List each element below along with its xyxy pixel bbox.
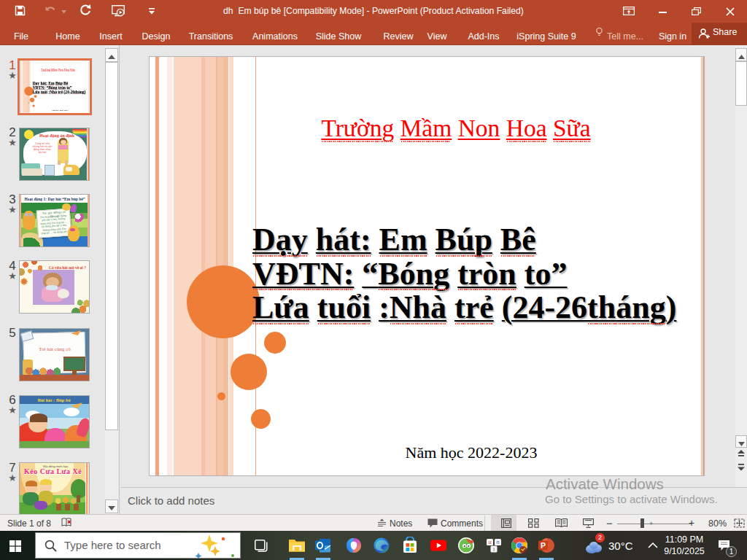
svg-text:n: n <box>497 540 500 545</box>
svg-text:u: u <box>489 540 492 545</box>
svg-text:P: P <box>541 541 546 550</box>
